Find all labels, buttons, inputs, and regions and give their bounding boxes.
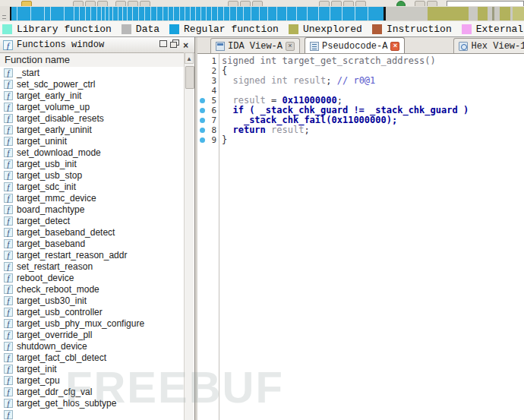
function-row[interactable]: fset_sdc_power_ctrl xyxy=(0,78,184,90)
function-row[interactable]: ftarget_restart_reason_addr xyxy=(0,249,184,261)
nav-band-tick xyxy=(85,7,86,21)
code-text: signed int result; // r0@1 xyxy=(222,75,375,86)
code-line[interactable]: 8 return result; xyxy=(197,125,524,135)
function-icon: f xyxy=(4,171,13,180)
functions-window-titlebar[interactable]: f Functions window × xyxy=(0,37,194,53)
nav-band-tick xyxy=(217,7,218,21)
code-line[interactable]: 1signed int target_get_scratch_address() xyxy=(197,56,524,66)
function-row[interactable]: freboot_device xyxy=(0,272,184,283)
toolbar-icon[interactable] xyxy=(97,1,108,6)
toolbar-icon[interactable] xyxy=(355,1,366,6)
toolbar-icon[interactable] xyxy=(85,1,96,6)
open-file-icon[interactable] xyxy=(21,1,32,6)
function-row[interactable]: ftarget_init xyxy=(0,363,184,374)
legend-swatch xyxy=(289,24,298,34)
status-indicator-icon xyxy=(396,1,406,6)
toolbar-icon[interactable] xyxy=(252,1,263,6)
tab-close-icon[interactable]: × xyxy=(390,42,399,51)
nav-band-tick xyxy=(307,7,308,21)
function-row[interactable]: ftarget_detect xyxy=(0,215,184,226)
function-row[interactable]: ftarget_early_init xyxy=(0,90,184,101)
function-row[interactable]: ftarget_usb_init xyxy=(0,158,184,169)
toolbar-icon[interactable] xyxy=(415,1,425,6)
function-row[interactable]: fcheck_reboot_mode xyxy=(0,283,184,295)
function-row[interactable]: ftarget_usb_controller xyxy=(0,306,184,317)
function-row[interactable]: ftarget_disable_resets xyxy=(0,112,184,124)
window-controls: × xyxy=(157,39,191,52)
function-row[interactable]: ftarget_fact_cbl_detect xyxy=(0,352,184,363)
toolbar-icon[interactable] xyxy=(319,1,330,6)
function-row[interactable]: f_start xyxy=(0,67,184,78)
code-segment: result xyxy=(232,95,265,106)
function-row[interactable]: ftarget_uninit xyxy=(0,135,184,147)
function-name-column-header[interactable]: Function name xyxy=(0,53,194,68)
toolbar-icon[interactable] xyxy=(73,1,84,6)
function-row[interactable]: ftarget_usb_stop xyxy=(0,169,184,181)
nav-band-tick xyxy=(132,7,133,21)
function-row[interactable]: ftarget_ddr_cfg_val xyxy=(0,386,184,397)
tab-pseudocode-a[interactable]: Pseudocode-A× xyxy=(305,37,405,54)
nav-band-tick xyxy=(236,7,237,21)
line-number: 8 xyxy=(204,125,216,135)
nav-band-tick xyxy=(156,7,157,21)
tab-close-icon[interactable]: × xyxy=(286,42,295,51)
ida-pro-window: Library functionDataRegular functionUnex… xyxy=(0,0,524,420)
function-row[interactable]: ftarget_baseband_detect xyxy=(0,226,184,238)
function-row[interactable]: ftarget_cpu xyxy=(0,374,184,386)
maximize-button[interactable] xyxy=(157,39,169,49)
function-icon: f xyxy=(4,91,13,100)
function-name: target_early_init xyxy=(17,90,81,101)
function-row[interactable]: ftarget_baseband xyxy=(0,238,184,249)
code-segment: signed int result xyxy=(222,75,326,86)
restore-button[interactable] xyxy=(169,39,180,49)
function-icon: f xyxy=(4,239,13,248)
scrollbar-thumb[interactable] xyxy=(185,66,194,89)
legend-label: Data xyxy=(136,24,159,35)
toolbar-icon[interactable] xyxy=(228,1,238,6)
tab-hex-view-1[interactable]: Hex View-1× xyxy=(453,38,524,53)
line-number: 6 xyxy=(204,106,216,115)
function-row[interactable]: ftarget_early_uninit xyxy=(0,124,184,135)
code-text: _stack_chk_fail(0x11000000); xyxy=(222,115,397,125)
function-row[interactable]: fset_restart_reason xyxy=(0,261,184,272)
code-line[interactable]: 3 signed int result; // r0@1 xyxy=(197,76,524,86)
function-row[interactable]: ftarget_usb_phy_mux_configure xyxy=(0,317,184,329)
nav-band-tick xyxy=(190,7,191,21)
function-row[interactable]: ftarget_override_pll xyxy=(0,329,184,340)
toolbar-combobox[interactable] xyxy=(447,1,524,6)
toolbar-icon[interactable] xyxy=(115,1,126,6)
legend-item: Instruction xyxy=(372,24,452,35)
code-line[interactable]: 9} xyxy=(197,135,524,145)
main-area: f Functions window × Function name f_sta… xyxy=(0,36,524,420)
function-row[interactable]: fboard_machtype xyxy=(0,204,184,215)
function-row[interactable]: ftarget_mmc_device xyxy=(0,192,184,204)
legend-item: Unexplored xyxy=(289,24,362,35)
toolbar-icon[interactable] xyxy=(427,1,437,6)
function-row[interactable]: f xyxy=(0,409,184,420)
close-button[interactable]: × xyxy=(180,42,191,52)
function-name: target_disable_resets xyxy=(17,113,104,124)
toolbar-icon[interactable] xyxy=(331,1,342,6)
function-row[interactable]: ftarget_usb30_init xyxy=(0,295,184,306)
code-segment: return xyxy=(232,125,265,135)
function-name: target_detect xyxy=(17,216,70,226)
function-row[interactable]: ftarget_get_hlos_subtype xyxy=(0,397,184,409)
tab-ida-view-a[interactable]: IDA View-A× xyxy=(210,38,300,53)
toolbar-icon[interactable] xyxy=(140,1,150,6)
toolbar-icon[interactable] xyxy=(240,1,251,6)
function-row[interactable]: fset_download_mode xyxy=(0,147,184,158)
nav-band-tick xyxy=(101,7,102,21)
toolbar-icon[interactable] xyxy=(343,1,354,6)
toolbar-icon[interactable] xyxy=(128,1,138,6)
pseudocode-pane[interactable]: 1signed int target_get_scratch_address()… xyxy=(197,54,524,420)
code-segment: 0x11000000 xyxy=(283,95,337,106)
legend-item: Library function xyxy=(2,24,112,35)
code-segment xyxy=(266,125,271,135)
functions-scrollbar[interactable]: ▲ xyxy=(184,52,194,420)
function-row[interactable]: fshutdown_device xyxy=(0,340,184,352)
function-row[interactable]: ftarget_sdc_init xyxy=(0,181,184,192)
nav-band-tick xyxy=(138,7,139,21)
function-row[interactable]: ftarget_volume_up xyxy=(0,101,184,112)
scroll-up-button[interactable]: ▲ xyxy=(185,52,194,64)
navigation-band[interactable] xyxy=(0,6,524,21)
